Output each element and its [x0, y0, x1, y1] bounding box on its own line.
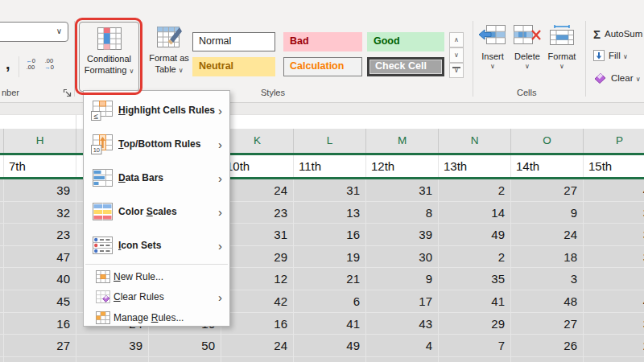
- data-cell[interactable]: 14: [439, 202, 511, 224]
- data-cell[interactable]: [149, 357, 221, 362]
- header-cell-7th[interactable]: 7th: [4, 155, 76, 177]
- data-cell[interactable]: 12: [221, 268, 294, 290]
- menu-item-manage-rules[interactable]: Manage Rules...: [84, 307, 229, 328]
- data-cell[interactable]: [294, 357, 366, 362]
- column-header-H[interactable]: H: [4, 129, 76, 153]
- column-header-N[interactable]: N: [439, 129, 511, 153]
- data-cell[interactable]: 49: [294, 335, 366, 357]
- data-cell[interactable]: [4, 357, 76, 362]
- menu-item-color-scales[interactable]: Color Scales ›: [84, 195, 229, 228]
- data-cell[interactable]: 6: [294, 290, 366, 313]
- data-cell[interactable]: 3: [584, 202, 644, 224]
- data-cell[interactable]: 3: [584, 313, 644, 335]
- data-cell[interactable]: 8: [366, 202, 439, 224]
- data-cell[interactable]: [76, 357, 149, 362]
- data-cell[interactable]: 49: [439, 224, 511, 246]
- data-cell[interactable]: 41: [439, 290, 511, 313]
- data-cell[interactable]: 4: [584, 179, 644, 202]
- data-cell[interactable]: 29: [439, 313, 511, 335]
- data-cell[interactable]: 7: [439, 335, 511, 357]
- data-cell[interactable]: 39: [366, 224, 439, 246]
- style-chip-check-cell[interactable]: Check Cell: [367, 57, 444, 76]
- data-cell[interactable]: 23: [4, 224, 76, 246]
- header-cell-11th[interactable]: 11th: [294, 155, 366, 177]
- data-cell[interactable]: 9: [366, 268, 439, 290]
- data-cell[interactable]: [584, 357, 644, 362]
- data-cell[interactable]: 31: [366, 179, 439, 202]
- data-cell[interactable]: 48: [511, 290, 584, 313]
- menu-item-highlight-cells-rules[interactable]: ≤ Highlight Cells Rules ›: [84, 93, 229, 127]
- menu-item-clear-rules[interactable]: Clear Rules ›: [84, 287, 229, 308]
- header-cell-10th[interactable]: 10th: [221, 155, 294, 177]
- fill-button[interactable]: Fill ∨: [593, 50, 628, 64]
- gallery-more-button[interactable]: ∨: [449, 63, 464, 78]
- style-chip-neutral[interactable]: Neutral: [192, 57, 275, 76]
- style-chip-good[interactable]: Good: [367, 32, 444, 51]
- data-cell[interactable]: 2: [439, 179, 511, 202]
- column-header-L[interactable]: L: [294, 129, 366, 153]
- data-cell[interactable]: 19: [294, 246, 366, 269]
- data-cell[interactable]: [584, 268, 644, 290]
- menu-item-data-bars[interactable]: Data Bars ›: [84, 161, 229, 195]
- data-cell[interactable]: 4: [366, 335, 439, 357]
- clear-button[interactable]: Clear ∨: [593, 72, 641, 86]
- data-cell[interactable]: 13: [294, 202, 366, 224]
- column-header-M[interactable]: M: [366, 129, 439, 153]
- data-cell[interactable]: 27: [511, 313, 584, 335]
- data-cell[interactable]: 9: [511, 202, 584, 224]
- data-cell[interactable]: 3: [584, 224, 644, 246]
- style-chip-bad[interactable]: Bad: [283, 32, 362, 51]
- header-cell-12th[interactable]: 12th: [366, 155, 439, 177]
- data-cell[interactable]: 3: [511, 268, 584, 290]
- menu-item-new-rule[interactable]: New Rule...: [84, 266, 229, 287]
- data-cell[interactable]: 16: [221, 313, 294, 335]
- format-as-table-button[interactable]: Format as Table ∨: [147, 22, 192, 92]
- header-cell-13th[interactable]: 13th: [439, 155, 511, 177]
- data-cell[interactable]: [366, 357, 439, 362]
- data-cell[interactable]: 24: [221, 335, 294, 357]
- data-cell[interactable]: 47: [4, 246, 76, 269]
- data-cell[interactable]: 26: [511, 335, 584, 357]
- data-cell[interactable]: [221, 357, 294, 362]
- column-header-O[interactable]: O: [511, 129, 584, 153]
- data-cell[interactable]: 27: [511, 179, 584, 202]
- data-cell[interactable]: 39: [4, 179, 76, 202]
- column-header-K[interactable]: K: [221, 129, 294, 153]
- number-format-combo[interactable]: ∨: [0, 22, 68, 42]
- data-cell[interactable]: 45: [4, 290, 76, 313]
- data-cell[interactable]: 16: [294, 224, 366, 246]
- data-cell[interactable]: 50: [149, 335, 221, 357]
- data-cell[interactable]: 41: [294, 313, 366, 335]
- data-cell[interactable]: 24: [221, 179, 294, 202]
- data-cell[interactable]: 2: [439, 246, 511, 269]
- data-cell[interactable]: 29: [221, 246, 294, 269]
- conditional-formatting-button[interactable]: Conditional Formatting ∨: [79, 22, 139, 92]
- data-cell[interactable]: 4: [584, 290, 644, 313]
- data-cell[interactable]: 39: [76, 335, 149, 357]
- autosum-button[interactable]: ΣAutoSum: [593, 27, 642, 42]
- data-cell[interactable]: [439, 357, 511, 362]
- increase-decimal-button[interactable]: ←0 .00: [22, 58, 39, 71]
- header-cell-14th[interactable]: 14th: [511, 155, 584, 177]
- header-cell-15th[interactable]: 15th: [584, 155, 644, 177]
- menu-item-icon-sets[interactable]: Icon Sets ›: [84, 228, 229, 262]
- data-cell[interactable]: 21: [294, 268, 366, 290]
- menu-item-top-bottom-rules[interactable]: 10 Top/Bottom Rules ›: [84, 127, 229, 161]
- data-cell[interactable]: 3: [584, 246, 644, 269]
- data-cell[interactable]: 40: [4, 268, 76, 290]
- number-dialog-launcher-icon[interactable]: [63, 87, 72, 97]
- data-cell[interactable]: 17: [366, 290, 439, 313]
- format-button[interactable]: Format ∨: [544, 24, 580, 93]
- data-cell[interactable]: [511, 357, 584, 362]
- delete-button[interactable]: Delete ∨: [510, 24, 545, 93]
- gallery-scroll-up-button[interactable]: ∧: [449, 32, 464, 47]
- decrease-decimal-button[interactable]: .00 →0: [40, 58, 58, 71]
- data-cell[interactable]: 43: [366, 313, 439, 335]
- data-cell[interactable]: 16: [4, 313, 76, 335]
- data-cell[interactable]: 31: [294, 179, 366, 202]
- data-cell[interactable]: 24: [511, 224, 584, 246]
- data-cell[interactable]: 27: [4, 335, 76, 357]
- data-cell[interactable]: 18: [511, 246, 584, 269]
- data-cell[interactable]: 30: [366, 246, 439, 269]
- insert-button[interactable]: Insert ∨: [475, 24, 510, 93]
